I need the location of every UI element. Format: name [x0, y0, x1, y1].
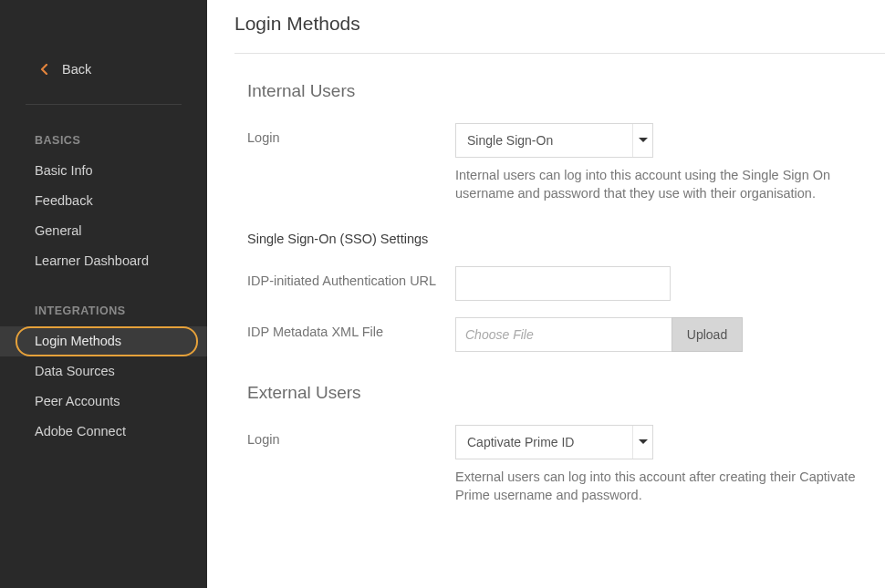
- external-users-heading: External Users: [247, 383, 867, 403]
- chevron-left-icon: [38, 63, 51, 76]
- external-login-label: Login: [247, 425, 455, 447]
- sidebar-item-peer-accounts[interactable]: Peer Accounts: [0, 387, 207, 417]
- external-login-help: External users can log into this account…: [455, 469, 857, 504]
- sidebar-section-basics: BASICS: [0, 105, 207, 156]
- idp-file-input[interactable]: [455, 317, 672, 352]
- sidebar-item-learner-dashboard[interactable]: Learner Dashboard: [0, 246, 207, 276]
- sidebar-item-basic-info[interactable]: Basic Info: [0, 156, 207, 186]
- idp-url-label: IDP-initiated Authentication URL: [247, 266, 455, 288]
- external-login-select-wrap: Captivate Prime ID: [455, 425, 653, 459]
- external-login-select[interactable]: Captivate Prime ID: [455, 425, 653, 459]
- idp-file-label: IDP Metadata XML File: [247, 317, 455, 339]
- page-title: Login Methods: [234, 13, 885, 35]
- sidebar-item-general[interactable]: General: [0, 216, 207, 246]
- sidebar-item-adobe-connect[interactable]: Adobe Connect: [0, 417, 207, 447]
- main-content: Login Methods Internal Users Login Singl…: [207, 0, 885, 588]
- internal-login-select[interactable]: Single Sign-On: [455, 123, 653, 158]
- internal-login-select-wrap: Single Sign-On: [455, 123, 653, 158]
- back-label: Back: [62, 62, 91, 77]
- back-button[interactable]: Back: [0, 55, 207, 93]
- idp-url-input[interactable]: [455, 266, 671, 301]
- internal-users-heading: Internal Users: [247, 81, 867, 101]
- sidebar-item-login-methods[interactable]: Login Methods: [0, 326, 207, 356]
- upload-button[interactable]: Upload: [672, 317, 743, 352]
- sidebar-section-integrations: INTEGRATIONS: [0, 275, 207, 326]
- internal-login-help: Internal users can log into this account…: [455, 167, 857, 202]
- sso-settings-heading: Single Sign-On (SSO) Settings: [247, 232, 867, 246]
- sidebar: Back BASICS Basic Info Feedback General …: [0, 0, 207, 588]
- sidebar-item-data-sources[interactable]: Data Sources: [0, 356, 207, 387]
- sidebar-item-feedback[interactable]: Feedback: [0, 186, 207, 216]
- internal-login-label: Login: [247, 123, 455, 145]
